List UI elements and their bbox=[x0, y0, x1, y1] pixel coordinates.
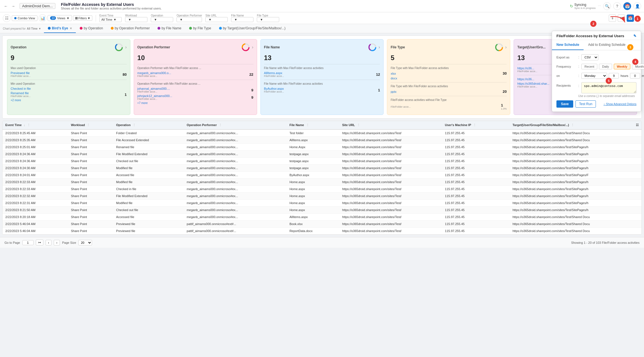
filter-icon: ▦ bbox=[75, 16, 78, 20]
advanced-options-link[interactable]: ○ Show Advanced Options bbox=[603, 103, 636, 106]
table-row: 2/22/2023 8:24:30 AMShare PointModified … bbox=[3, 165, 641, 172]
page-input[interactable] bbox=[22, 240, 34, 245]
op-perf-max-label[interactable]: meganb_aimams000.o... bbox=[137, 71, 171, 75]
file-name-dropdown[interactable]: ▼ bbox=[231, 17, 253, 22]
th-op-performer[interactable]: Operation Performer ⋮ bbox=[184, 121, 286, 129]
tgt-label2[interactable]: https://o36... bbox=[517, 77, 534, 81]
page-go-btn[interactable]: ↦ bbox=[36, 240, 43, 245]
stat-card-file-name: File Name › 13 File Name with Max File/F… bbox=[260, 39, 384, 115]
ft-max-label-xlsx[interactable]: xlsx bbox=[391, 72, 396, 75]
event-time-dropdown[interactable]: All Time ▼ bbox=[99, 17, 122, 22]
freq-btn-recent[interactable]: Recent bbox=[581, 64, 597, 69]
operation-dropdown[interactable]: ▼ bbox=[151, 17, 173, 22]
op-perf-min-label2[interactable]: johnjack12_aimams000... bbox=[137, 94, 172, 98]
table-row: 2/22/2023 8:25:45 AMShare PointFolder Cr… bbox=[3, 129, 641, 137]
th-target[interactable]: Target(User/Group/File/Site/Mailbox/...)… bbox=[510, 121, 633, 129]
tab-birds-eye[interactable]: Bird's Eye ✕ bbox=[44, 24, 76, 33]
table-cell: 2/22/2023 8:25:01 AM bbox=[3, 144, 68, 151]
ft-max-label-docx[interactable]: docx bbox=[391, 77, 397, 80]
panel-edit-icon[interactable]: ✎ bbox=[633, 34, 636, 38]
save-button[interactable]: Save bbox=[556, 100, 573, 108]
filter-group-left: ☷ Combo View 📊 10 Views ▼ ▦ Filters ▼ bbox=[3, 14, 92, 22]
tab-by-operation[interactable]: by Operation bbox=[76, 24, 107, 33]
site-url-dropdown[interactable]: ▼ bbox=[205, 17, 228, 22]
schedule-tab-new[interactable]: New Schedule bbox=[552, 40, 584, 50]
test-run-button[interactable]: Test Run bbox=[575, 100, 596, 108]
op-min-label2[interactable]: Renamed file bbox=[11, 91, 31, 95]
workload-dropdown[interactable]: ▼ bbox=[125, 17, 147, 22]
table-cell: https://o365droid.sharepoint.com/sites/T… bbox=[339, 137, 442, 144]
op-performer-dropdown[interactable]: ▼ bbox=[177, 17, 202, 22]
on-minutes-input[interactable] bbox=[630, 73, 640, 79]
op-max-label[interactable]: Previewed file bbox=[11, 71, 31, 75]
table-cell: 115.97.255.45 bbox=[442, 151, 510, 158]
tenant-name[interactable]: AdminDroid Dem... bbox=[20, 3, 55, 9]
nav-forward[interactable]: → bbox=[10, 3, 16, 9]
user-button[interactable]: 👤 bbox=[633, 2, 641, 10]
th-site-url[interactable]: Site URL ⋮ bbox=[339, 121, 442, 129]
on-day-select[interactable]: Monday Tuesday Wednesday Thursday Friday bbox=[581, 73, 607, 79]
ft-extra-item: File/Folder acce... 1 1.0% bbox=[391, 103, 507, 110]
th-workload[interactable]: Workload ⋮ bbox=[68, 121, 113, 129]
th-machine-ip[interactable]: User's Machine IP ⋮ bbox=[442, 121, 510, 129]
sync-menu-icon[interactable]: ⋯ bbox=[598, 4, 601, 8]
fn-min-label1[interactable]: ByAuthor.aspx bbox=[264, 87, 284, 90]
table-icon[interactable]: ☷ bbox=[3, 14, 11, 22]
combo-view-btn[interactable]: Combo View bbox=[12, 15, 37, 21]
th-event-time[interactable]: Event Time ↓ ⋮ bbox=[3, 121, 68, 129]
page-size-select[interactable]: 20 50 100 bbox=[78, 240, 92, 245]
help-button[interactable]: ? bbox=[613, 2, 621, 10]
th-operation[interactable]: Operation ⋮ bbox=[113, 121, 184, 129]
th-file-name[interactable]: File Name ⋮ bbox=[287, 121, 339, 129]
freq-btn-weekly[interactable]: Weekly bbox=[614, 64, 631, 69]
fn-max-label[interactable]: AllItems.aspx bbox=[264, 71, 284, 75]
export-format-select[interactable]: CSV PDF Excel bbox=[581, 54, 598, 60]
op-card-arrow[interactable]: › bbox=[125, 45, 126, 50]
nav-back[interactable]: ← bbox=[3, 3, 9, 9]
tab-by-target[interactable]: by Target(User/Group/File/Site/Mailbox/.… bbox=[215, 24, 290, 33]
tab-by-file-name[interactable]: by File Name bbox=[154, 24, 185, 33]
search-button[interactable]: 🔍 bbox=[603, 2, 611, 10]
op-perf-arrow[interactable]: › bbox=[252, 45, 253, 50]
fn-card-arrow[interactable]: › bbox=[379, 45, 380, 50]
chart-tabs-row: Chart prepared for All Time ▼ Bird's Eye… bbox=[0, 24, 644, 33]
file-type-filter: File Type ▼ bbox=[257, 14, 279, 22]
filter-btn[interactable]: ▦ Filters ▼ bbox=[73, 15, 92, 21]
op-perf-min-label1[interactable]: johannal_aimams000.... bbox=[137, 87, 170, 90]
table-cell: 115.97.255.45 bbox=[442, 144, 510, 151]
download-icon-btn[interactable]: ⇓ bbox=[609, 15, 616, 22]
tgt-label1[interactable]: https://o36... bbox=[517, 67, 537, 70]
recipients-input[interactable]: spo.admin@contoso.com bbox=[581, 82, 636, 93]
file-type-dropdown[interactable]: ▼ bbox=[257, 17, 279, 22]
op-more[interactable]: +2 more bbox=[11, 99, 127, 102]
schedule-tab-add[interactable]: Add to Existing Schedule bbox=[584, 40, 630, 50]
table-cell-empty bbox=[633, 144, 641, 151]
table-cell: 2/22/2023 8:24:36 AM bbox=[3, 158, 68, 165]
op-perf-more[interactable]: +7 more bbox=[137, 101, 253, 105]
next-page-btn[interactable]: › bbox=[54, 240, 60, 245]
tab-close-birds-eye[interactable]: ✕ bbox=[70, 27, 72, 30]
table-cell: https://o365droid.sharepoint.com/sites/T… bbox=[510, 179, 633, 186]
table-cell: testpage.aspx bbox=[287, 165, 339, 172]
table-row: 2/22/2023 8:20:18 AMShare PointAccessed … bbox=[3, 214, 641, 221]
table-cell: File Modified Extended bbox=[113, 193, 184, 200]
op-min-label1[interactable]: Checked in file bbox=[11, 87, 31, 90]
table-cell: https://o365droid.sharepoint.com/sites/T… bbox=[510, 151, 633, 158]
table-cell: https://o365droid.sharepoint.com/sites/T… bbox=[510, 144, 633, 151]
tgt-label3[interactable]: https://o365droid.shar... bbox=[517, 82, 549, 85]
tab-by-file-type[interactable]: by File Type bbox=[185, 24, 215, 33]
prev-page-btn[interactable]: ‹ bbox=[46, 240, 52, 245]
chart-icon-btn[interactable]: 📊 bbox=[39, 14, 46, 22]
tgt-card-title: Target(User/Gro... bbox=[517, 45, 546, 49]
tab-by-operation-performer[interactable]: by Operation Performer bbox=[107, 24, 154, 33]
ft-card-arrow[interactable]: › bbox=[505, 45, 507, 50]
views-btn[interactable]: 10 Views ▼ bbox=[48, 15, 72, 21]
th-col-settings[interactable]: ☷ bbox=[633, 121, 641, 129]
table-cell: Home.aspx bbox=[287, 200, 339, 207]
freq-btn-daily[interactable]: Daily bbox=[599, 64, 612, 69]
site-url-filter-label: Site URL bbox=[205, 14, 228, 17]
schedule-icon-btn[interactable]: 📅 bbox=[627, 15, 634, 22]
email-icon-btn[interactable]: ✉ bbox=[618, 15, 625, 22]
ft-min-label-pptx[interactable]: pptx bbox=[391, 90, 396, 93]
schedule-button[interactable]: 📅 bbox=[623, 2, 631, 10]
